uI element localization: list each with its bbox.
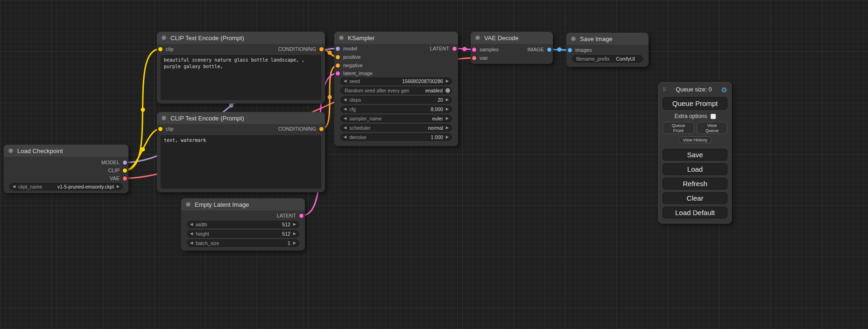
input-slot-clip[interactable]: clip — [158, 46, 174, 52]
widget-scheduler[interactable]: ◀ scheduler normal ▶ — [340, 124, 452, 132]
output-slot-vae[interactable]: VAE — [110, 175, 127, 182]
increment-icon[interactable]: ▶ — [446, 135, 449, 139]
clip-port-icon[interactable] — [123, 168, 127, 173]
link-midpoint-model[interactable] — [229, 104, 233, 108]
increment-icon[interactable]: ▶ — [446, 117, 449, 120]
collapse-dot-icon[interactable] — [186, 202, 191, 207]
decrement-icon[interactable]: ◀ — [344, 117, 346, 120]
node-vae-decode[interactable]: VAE Decode samples vae IMAGE — [471, 32, 553, 64]
increment-icon[interactable]: ▶ — [446, 126, 449, 130]
collapse-dot-icon[interactable] — [475, 35, 480, 40]
collapse-dot-icon[interactable] — [571, 36, 576, 41]
collapse-dot-icon[interactable] — [162, 116, 166, 120]
node-load-checkpoint[interactable]: Load Checkpoint MODEL CLIP VAE ◀ ckpt_na… — [4, 145, 128, 193]
output-slot-clip[interactable]: CLIP — [108, 167, 127, 174]
link-midpoint-latent-output[interactable] — [463, 47, 467, 51]
refresh-button[interactable]: Refresh — [663, 178, 727, 189]
widget-seed[interactable]: ◀ seed 156680208700286 ▶ — [340, 77, 452, 85]
settings-gear-icon[interactable]: ⚙ — [721, 86, 727, 93]
decrement-icon[interactable]: ◀ — [190, 241, 193, 245]
node-title-bar[interactable]: Empty Latent Image — [181, 198, 305, 210]
link-midpoint-cond-positive[interactable] — [328, 51, 332, 55]
drag-handle-icon[interactable]: ⠿ — [663, 87, 666, 93]
input-slot-positive[interactable]: positive — [336, 54, 360, 60]
widget-width[interactable]: ◀ width 512 ▶ — [187, 221, 299, 228]
latent-port-icon[interactable] — [472, 48, 476, 52]
output-slot-latent[interactable]: LATENT — [277, 212, 303, 219]
queue-prompt-button[interactable]: Queue Prompt — [663, 97, 727, 110]
node-title-bar[interactable]: Load Checkpoint — [4, 145, 128, 157]
conditioning-port-icon[interactable] — [319, 127, 324, 131]
output-slot-conditioning[interactable]: CONDITIONING — [278, 126, 324, 132]
node-title-bar[interactable]: KSampler — [334, 32, 458, 44]
increment-icon[interactable]: ▶ — [117, 185, 120, 189]
link-midpoint-image[interactable] — [557, 48, 562, 52]
queue-menu-panel[interactable]: ⠿ Queue size: 0 ⚙ Queue Prompt Extra opt… — [658, 82, 732, 224]
clear-button[interactable]: Clear — [663, 192, 727, 204]
load-button[interactable]: Load — [663, 163, 727, 175]
link-midpoint-clip-positive[interactable] — [141, 108, 145, 112]
conditioning-port-icon[interactable] — [336, 55, 340, 59]
widget-random-seed-toggle[interactable]: Random seed after every gen enabled — [340, 87, 452, 94]
output-slot-image[interactable]: IMAGE — [528, 46, 551, 53]
node-ksampler[interactable]: KSampler model positive negative latent_… — [334, 32, 458, 146]
widget-cfg[interactable]: ◀ cfg 8.000 ▶ — [340, 105, 452, 113]
vae-port-icon[interactable] — [123, 176, 127, 181]
prompt-textarea[interactable]: text, watermark — [161, 135, 321, 189]
widget-filename-prefix[interactable]: filename_prefix ComfyUI — [572, 55, 643, 63]
input-slot-vae[interactable]: vae — [472, 55, 488, 61]
increment-icon[interactable]: ▶ — [293, 241, 296, 245]
widget-batch-size[interactable]: ◀ batch_size 1 ▶ — [187, 239, 299, 247]
collapse-dot-icon[interactable] — [8, 148, 13, 153]
node-title-bar[interactable]: Save Image — [566, 33, 649, 45]
decrement-icon[interactable]: ◀ — [13, 185, 15, 189]
input-slot-model[interactable]: model — [336, 45, 357, 52]
increment-icon[interactable]: ▶ — [293, 232, 296, 236]
vae-port-icon[interactable] — [472, 56, 476, 60]
output-slot-latent[interactable]: LATENT — [430, 45, 457, 52]
decrement-icon[interactable]: ◀ — [190, 232, 193, 236]
view-queue-button[interactable]: View Queue — [697, 122, 727, 134]
node-title-bar[interactable]: VAE Decode — [471, 32, 553, 44]
output-slot-conditioning[interactable]: CONDITIONING — [278, 46, 324, 52]
conditioning-port-icon[interactable] — [319, 47, 324, 51]
view-history-button[interactable]: View History — [678, 136, 712, 143]
node-clip-text-encode-positive[interactable]: CLIP Text Encode (Prompt) clip CONDITION… — [157, 32, 325, 104]
toggle-dot-icon[interactable] — [445, 88, 450, 93]
decrement-icon[interactable]: ◀ — [344, 126, 346, 130]
load-default-button[interactable]: Load Default — [663, 207, 727, 218]
widget-height[interactable]: ◀ height 512 ▶ — [187, 230, 299, 238]
widget-denoise[interactable]: ◀ denoise 1.000 ▶ — [340, 133, 452, 141]
image-port-icon[interactable] — [547, 48, 551, 52]
node-empty-latent-image[interactable]: Empty Latent Image LATENT ◀ width 512 ▶ … — [181, 198, 305, 251]
node-clip-text-encode-negative[interactable]: CLIP Text Encode (Prompt) clip CONDITION… — [157, 112, 325, 192]
link-midpoint-clip-negative[interactable] — [141, 147, 145, 152]
decrement-icon[interactable]: ◀ — [344, 79, 346, 83]
decrement-icon[interactable]: ◀ — [344, 98, 346, 102]
input-slot-samples[interactable]: samples — [472, 46, 499, 53]
node-save-image[interactable]: Save Image images filename_prefix ComfyU… — [566, 33, 649, 67]
increment-icon[interactable]: ▶ — [446, 107, 449, 111]
input-slot-images[interactable]: images — [568, 47, 592, 53]
increment-icon[interactable]: ▶ — [293, 223, 296, 226]
input-slot-latent-image[interactable]: latent_image — [336, 70, 373, 77]
widget-steps[interactable]: ◀ steps 20 ▶ — [340, 96, 452, 104]
latent-port-icon[interactable] — [452, 47, 457, 51]
collapse-dot-icon[interactable] — [339, 35, 344, 40]
input-slot-clip[interactable]: clip — [158, 126, 174, 132]
decrement-icon[interactable]: ◀ — [344, 107, 346, 111]
prompt-textarea[interactable]: beautiful scenery nature glass bottle la… — [161, 55, 321, 100]
image-port-icon[interactable] — [568, 48, 572, 52]
save-button[interactable]: Save — [663, 149, 727, 161]
output-slot-model[interactable]: MODEL — [101, 159, 127, 166]
latent-port-icon[interactable] — [299, 214, 303, 218]
decrement-icon[interactable]: ◀ — [344, 135, 346, 139]
extra-options-checkbox[interactable] — [711, 114, 716, 119]
clip-port-icon[interactable] — [158, 47, 162, 51]
node-title-bar[interactable]: CLIP Text Encode (Prompt) — [157, 32, 325, 44]
widget-ckpt-name[interactable]: ◀ ckpt_name v1-5-pruned-emaonly.ckpt ▶ — [9, 183, 123, 190]
decrement-icon[interactable]: ◀ — [190, 223, 193, 226]
collapse-dot-icon[interactable] — [162, 35, 166, 40]
graph-canvas[interactable]: Load Checkpoint MODEL CLIP VAE ◀ ckpt_na… — [0, 0, 868, 329]
increment-icon[interactable]: ▶ — [446, 79, 449, 83]
